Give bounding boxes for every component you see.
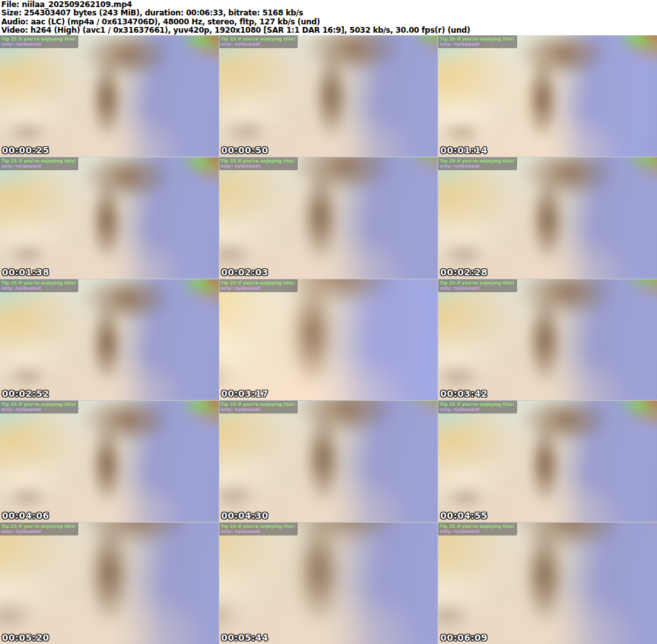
- streamer-handle-text: only: nylasweet: [221, 286, 295, 291]
- video-frame-placeholder: [438, 35, 657, 157]
- tip-caption-text: Tip 25 if you're enjoying this!: [221, 524, 295, 529]
- thumbnail-frame: Tip 25 if you're enjoying this! only: ny…: [438, 279, 657, 401]
- streamer-handle-text: only: nylasweet: [439, 164, 514, 169]
- video-frame-placeholder: [438, 401, 657, 522]
- stream-caption-overlay: Tip 25 if you're enjoying this! only: ny…: [0, 401, 78, 413]
- tip-caption-text: Tip 25 if you're enjoying this!: [221, 402, 295, 407]
- timestamp-label: 00:04:30: [221, 510, 269, 521]
- stream-caption-overlay: Tip 25 if you're enjoying this! only: ny…: [438, 523, 516, 535]
- thumbnail-frame: Tip 25 if you're enjoying this! only: ny…: [219, 35, 438, 157]
- thumbnail-frame: Tip 25 if you're enjoying this! only: ny…: [219, 279, 438, 401]
- stream-caption-overlay: Tip 25 if you're enjoying this! only: ny…: [438, 401, 516, 413]
- thumbnail-frame: Tip 25 if you're enjoying this! only: ny…: [219, 401, 438, 522]
- timestamp-label: 00:05:20: [2, 632, 49, 643]
- video-frame-placeholder: [219, 401, 438, 522]
- timestamp-label: 00:03:42: [440, 388, 488, 399]
- tip-caption-text: Tip 25 if you're enjoying this!: [221, 37, 295, 42]
- stream-caption-overlay: Tip 25 if you're enjoying this! only: ny…: [219, 523, 298, 535]
- thumbnail-frame: Tip 25 if you're enjoying this! only: ny…: [0, 279, 219, 401]
- stream-caption-overlay: Tip 25 if you're enjoying this! only: ny…: [219, 35, 298, 48]
- thumbnail-frame: Tip 25 if you're enjoying this! only: ny…: [438, 401, 657, 522]
- timestamp-label: 00:05:44: [221, 632, 269, 643]
- timestamp-label: 00:02:28: [440, 267, 488, 277]
- stream-caption-overlay: Tip 25 if you're enjoying this! only: ny…: [0, 523, 78, 535]
- streamer-handle-text: only: nylasweet: [439, 286, 514, 291]
- timestamp-label: 00:00:25: [2, 145, 49, 155]
- media-info-header: File: niilaa_202509262109.mp4 Size: 2543…: [0, 0, 657, 35]
- size-info-line: Size: 254303407 bytes (243 MiB), duratio…: [1, 9, 657, 17]
- video-frame-placeholder: [0, 35, 219, 157]
- video-frame-placeholder: [438, 523, 657, 644]
- timestamp-label: 00:01:38: [2, 267, 49, 277]
- thumbnail-frame: Tip 25 if you're enjoying this! only: ny…: [438, 35, 657, 157]
- streamer-handle-text: only: nylasweet: [1, 407, 76, 412]
- audio-info-line: Audio: aac (LC) (mp4a / 0x6134706D), 480…: [1, 18, 657, 26]
- thumbnail-frame: Tip 25 if you're enjoying this! only: ny…: [0, 401, 219, 522]
- thumbnail-frame: Tip 25 if you're enjoying this! only: ny…: [438, 157, 657, 279]
- thumbnail-frame: Tip 25 if you're enjoying this! only: ny…: [0, 157, 219, 279]
- stream-caption-overlay: Tip 25 if you're enjoying this! only: ny…: [219, 279, 298, 292]
- stream-caption-overlay: Tip 25 if you're enjoying this! only: ny…: [0, 279, 78, 292]
- thumbnail-frame: Tip 25 if you're enjoying this! only: ny…: [219, 157, 438, 279]
- streamer-handle-text: only: nylasweet: [1, 164, 76, 169]
- stream-caption-overlay: Tip 25 if you're enjoying this! only: ny…: [438, 157, 516, 170]
- stream-caption-overlay: Tip 25 if you're enjoying this! only: ny…: [0, 157, 78, 170]
- streamer-handle-text: only: nylasweet: [439, 42, 514, 47]
- file-info-line: File: niilaa_202509262109.mp4: [1, 1, 657, 9]
- stream-caption-overlay: Tip 25 if you're enjoying this! only: ny…: [219, 401, 298, 413]
- tip-caption-text: Tip 25 if you're enjoying this!: [221, 281, 295, 286]
- thumbnail-frame: Tip 25 if you're enjoying this! only: ny…: [219, 523, 438, 644]
- tip-caption-text: Tip 25 if you're enjoying this!: [1, 37, 76, 42]
- tip-caption-text: Tip 25 if you're enjoying this!: [439, 37, 514, 42]
- thumbnail-frame: Tip 25 if you're enjoying this! only: ny…: [438, 523, 657, 644]
- streamer-handle-text: only: nylasweet: [439, 529, 514, 534]
- streamer-handle-text: only: nylasweet: [221, 42, 295, 47]
- video-frame-placeholder: [0, 523, 219, 644]
- video-frame-placeholder: [0, 401, 219, 522]
- streamer-handle-text: only: nylasweet: [1, 286, 76, 291]
- tip-caption-text: Tip 25 if you're enjoying this!: [439, 281, 514, 286]
- stream-caption-overlay: Tip 25 if you're enjoying this! only: ny…: [219, 157, 298, 170]
- streamer-handle-text: only: nylasweet: [221, 529, 295, 534]
- tip-caption-text: Tip 25 if you're enjoying this!: [1, 159, 76, 164]
- timestamp-label: 00:00:50: [221, 145, 269, 155]
- tip-caption-text: Tip 25 if you're enjoying this!: [221, 159, 295, 164]
- stream-caption-overlay: Tip 25 if you're enjoying this! only: ny…: [438, 279, 516, 292]
- timestamp-label: 00:04:55: [440, 510, 488, 521]
- video-frame-placeholder: [219, 35, 438, 157]
- stream-caption-overlay: Tip 25 if you're enjoying this! only: ny…: [438, 35, 516, 48]
- tip-caption-text: Tip 25 if you're enjoying this!: [439, 402, 514, 407]
- video-frame-placeholder: [0, 279, 219, 401]
- video-info-line: Video: h264 (High) (avc1 / 0x31637661), …: [1, 26, 657, 35]
- streamer-handle-text: only: nylasweet: [439, 407, 514, 412]
- timestamp-label: 00:04:06: [2, 510, 49, 521]
- tip-caption-text: Tip 25 if you're enjoying this!: [1, 281, 76, 286]
- tip-caption-text: Tip 25 if you're enjoying this!: [1, 402, 76, 407]
- timestamp-label: 00:02:03: [221, 267, 269, 277]
- thumbnail-frame: Tip 25 if you're enjoying this! only: ny…: [0, 523, 219, 644]
- timestamp-label: 00:01:14: [440, 145, 488, 155]
- video-frame-placeholder: [438, 157, 657, 279]
- streamer-handle-text: only: nylasweet: [221, 164, 295, 169]
- video-frame-placeholder: [219, 157, 438, 279]
- timestamp-label: 00:06:09: [440, 632, 488, 643]
- thumbnail-frame: Tip 25 if you're enjoying this! only: ny…: [0, 35, 219, 157]
- streamer-handle-text: only: nylasweet: [1, 529, 76, 534]
- stream-caption-overlay: Tip 25 if you're enjoying this! only: ny…: [0, 35, 78, 48]
- video-frame-placeholder: [219, 523, 438, 644]
- tip-caption-text: Tip 25 if you're enjoying this!: [1, 524, 76, 529]
- tip-caption-text: Tip 25 if you're enjoying this!: [439, 159, 514, 164]
- video-frame-placeholder: [0, 157, 219, 279]
- timestamp-label: 00:02:52: [2, 388, 49, 399]
- tip-caption-text: Tip 25 if you're enjoying this!: [439, 524, 514, 529]
- video-frame-placeholder: [438, 279, 657, 401]
- video-frame-placeholder: [219, 279, 438, 401]
- streamer-handle-text: only: nylasweet: [221, 407, 295, 412]
- streamer-handle-text: only: nylasweet: [1, 42, 76, 47]
- timestamp-label: 00:03:17: [221, 388, 269, 399]
- thumbnail-grid: Tip 25 if you're enjoying this! only: ny…: [0, 35, 657, 644]
